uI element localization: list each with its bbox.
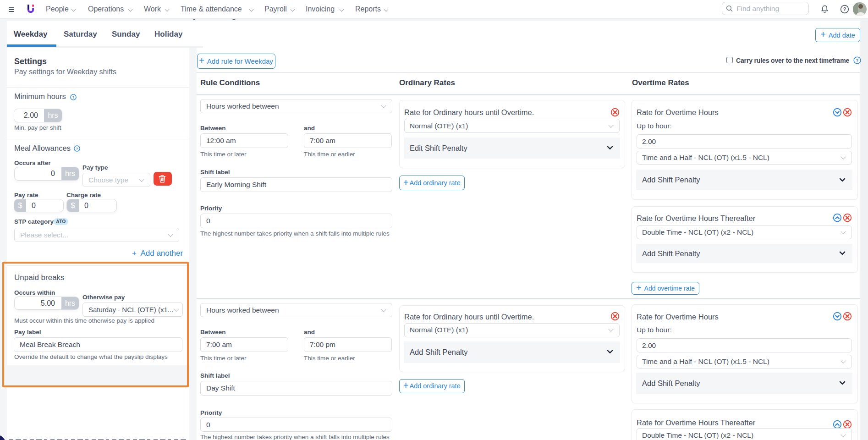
svg-text:?: ? <box>72 95 74 99</box>
svg-text:?: ? <box>76 147 78 151</box>
svg-text:?: ? <box>856 58 859 63</box>
svg-text:?: ? <box>843 6 846 12</box>
